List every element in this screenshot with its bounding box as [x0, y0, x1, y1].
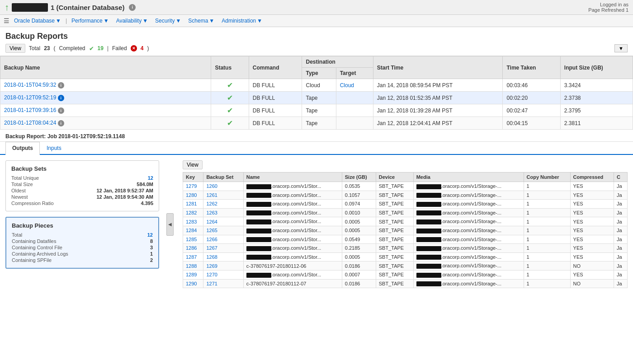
key-cell[interactable]: 1287 [183, 252, 203, 261]
detail-table-row[interactable]: 12841265 .oracorp.com/v1/Stor...0.0005SB… [183, 226, 628, 235]
device-cell: SBT_TAPE [376, 235, 413, 244]
redacted-block [246, 246, 271, 251]
key-cell[interactable]: 1286 [183, 244, 203, 253]
command-cell: DB FULL [249, 117, 302, 130]
media-cell: .oracorp.com/v1/Storage-... [413, 270, 524, 279]
backup-set-cell[interactable]: 1260 [203, 182, 243, 191]
key-cell[interactable]: 1279 [183, 182, 203, 191]
media-cell: .oracorp.com/v1/Storage-... [413, 226, 524, 235]
nav-schema[interactable]: Schema ▼ [185, 17, 217, 25]
key-cell[interactable]: 1281 [183, 200, 203, 209]
media-cell: .oracorp.com/v1/Storage-... [413, 252, 524, 261]
detail-table-row[interactable]: 12851266 .oracorp.com/v1/Stor...0.0549SB… [183, 235, 628, 244]
c-cell: Ja [614, 252, 628, 261]
table-row[interactable]: 2018-01-15T04:59:32 i✔DB FULLCloudCloudJ… [0, 79, 633, 92]
key-cell[interactable]: 1288 [183, 261, 203, 271]
detail-table-row[interactable]: 12821263 .oracorp.com/v1/Stor...0.0010SB… [183, 208, 628, 217]
bs-compression: Compression Ratio 4.395 [11, 200, 153, 206]
size-cell: 0.0186 [342, 261, 376, 271]
db-info-icon[interactable]: i [129, 4, 136, 11]
c-cell: Ja [614, 261, 628, 271]
detail-table-row[interactable]: 12831264 .oracorp.com/v1/Stor...0.0005SB… [183, 217, 628, 226]
backup-name-cell[interactable]: 2018-01-12T09:39:16 i [0, 104, 211, 117]
detail-table-row[interactable]: 12871268 .oracorp.com/v1/Stor...0.0005SB… [183, 252, 628, 261]
key-cell[interactable]: 1285 [183, 235, 203, 244]
detail-table-row[interactable]: 12811262 .oracorp.com/v1/Stor...0.0974SB… [183, 200, 628, 209]
info-icon[interactable]: i [58, 95, 64, 101]
detail-table-row[interactable]: 12861267 .oracorp.com/v1/Stor...0.2185SB… [183, 244, 628, 253]
info-icon[interactable]: i [58, 82, 64, 89]
c-cell: Ja [614, 244, 628, 253]
backup-set-cell[interactable]: 1261 [203, 191, 243, 200]
name-cell: .oracorp.com/v1/Stor... [243, 270, 342, 279]
backup-set-cell[interactable]: 1268 [203, 252, 243, 261]
view-button[interactable]: View [5, 44, 25, 53]
device-cell: SBT_TAPE [376, 208, 413, 217]
info-icon[interactable]: i [58, 120, 64, 126]
tab-inputs[interactable]: Inputs [40, 142, 68, 154]
detail-table-row[interactable]: 12881269c-378076197-20180112-060.0186SBT… [183, 261, 628, 271]
key-cell[interactable]: 1284 [183, 226, 203, 235]
copy-number-cell: 1 [524, 182, 570, 191]
bs-newest-label: Newest [11, 194, 28, 200]
backup-name-cell[interactable]: 2018-01-15T04:59:32 i [0, 79, 211, 92]
backup-sets-title: Backup Sets [11, 165, 153, 172]
nav-availability[interactable]: Availability ▼ [113, 17, 151, 25]
bs-compression-label: Compression Ratio [11, 201, 54, 206]
dest-target-cell[interactable]: Cloud [336, 79, 373, 92]
collapse-arrow-icon[interactable]: ◀ [166, 213, 174, 236]
backup-set-cell[interactable]: 1269 [203, 261, 243, 271]
nav-performance-arrow: ▼ [104, 18, 109, 24]
key-cell[interactable]: 1280 [183, 191, 203, 200]
key-cell[interactable]: 1289 [183, 270, 203, 279]
export-button[interactable]: ▼ [614, 44, 628, 52]
backup-name-cell[interactable]: 2018-01-12T09:52:19 i [0, 92, 211, 104]
backup-set-cell[interactable]: 1262 [203, 200, 243, 209]
detail-view-button[interactable]: View [183, 160, 203, 169]
db-title-text: 1 (Container Database) [51, 4, 124, 11]
bp-datafiles: Containing Datafiles 8 [12, 238, 153, 244]
nav-security[interactable]: Security ▼ [152, 17, 184, 25]
bp-datafiles-label: Containing Datafiles [12, 238, 56, 244]
th-status: Status [211, 56, 249, 79]
detail-table-row[interactable]: 12791260 .oracorp.com/v1/Stor...0.0535SB… [183, 182, 628, 191]
table-row[interactable]: 2018-01-12T08:04:24 i✔DB FULLTapeJan 12,… [0, 117, 633, 130]
nav-menu-icon: ☰ [4, 17, 9, 24]
th-dest-type: Type [302, 68, 336, 79]
nav-administration[interactable]: Administration ▼ [219, 17, 265, 25]
tab-outputs[interactable]: Outputs [5, 142, 40, 155]
backup-set-cell[interactable]: 1263 [203, 208, 243, 217]
size-cell: 0.1057 [342, 191, 376, 200]
nav-oracle-db[interactable]: Oracle Database ▼ [11, 17, 64, 25]
key-cell[interactable]: 1290 [183, 279, 203, 288]
collapse-handle[interactable]: ◀ [166, 160, 175, 288]
time-taken-cell: 00:04:15 [503, 117, 560, 130]
detail-table-row[interactable]: 12891270 .oracorp.com/v1/Stor...0.0007SB… [183, 270, 628, 279]
backup-set-cell[interactable]: 1267 [203, 244, 243, 253]
dest-type-cell: Tape [302, 92, 336, 104]
backup-name-cell[interactable]: 2018-01-12T08:04:24 i [0, 117, 211, 130]
table-row[interactable]: 2018-01-12T09:39:16 i✔DB FULLTapeJan 12,… [0, 104, 633, 117]
redacted-block [246, 255, 271, 260]
total-label: Total [29, 45, 40, 51]
media-cell: .oracorp.com/v1/Storage-... [413, 244, 524, 253]
backup-set-cell[interactable]: 1266 [203, 235, 243, 244]
tabs-container: Outputs Inputs [0, 142, 633, 155]
copy-number-cell: 1 [524, 279, 570, 288]
detail-table-container: Key Backup Set Name Size (GB) Device Med… [183, 172, 628, 288]
backup-set-cell[interactable]: 1264 [203, 217, 243, 226]
bs-total-unique-value[interactable]: 12 [148, 175, 153, 181]
device-cell: SBT_TAPE [376, 182, 413, 191]
key-cell[interactable]: 1282 [183, 208, 203, 217]
detail-table-row[interactable]: 12901271c-378076197-20180112-070.0186SBT… [183, 279, 628, 288]
backup-set-cell[interactable]: 1271 [203, 279, 243, 288]
table-row[interactable]: 2018-01-12T09:52:19 i✔DB FULLTapeJan 12,… [0, 92, 633, 104]
backup-set-cell[interactable]: 1270 [203, 270, 243, 279]
nav-performance[interactable]: Performance ▼ [69, 17, 112, 25]
key-cell[interactable]: 1283 [183, 217, 203, 226]
bp-total-value[interactable]: 12 [147, 232, 153, 238]
info-icon[interactable]: i [58, 107, 64, 114]
detail-table-row[interactable]: 12801261 .oracorp.com/v1/Stor...0.1057SB… [183, 191, 628, 200]
backup-set-cell[interactable]: 1265 [203, 226, 243, 235]
c-cell: Ja [614, 200, 628, 209]
